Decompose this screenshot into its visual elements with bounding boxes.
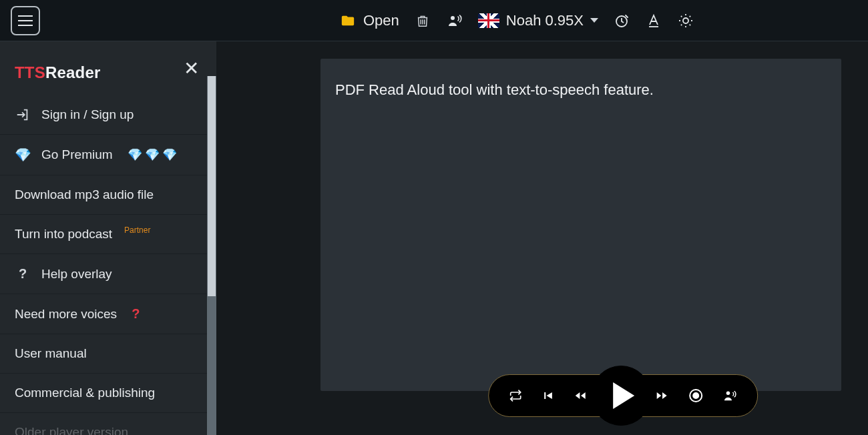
trash-icon[interactable] bbox=[414, 12, 431, 29]
text-content-panel[interactable]: PDF Read Aloud tool with text-to-speech … bbox=[320, 59, 841, 391]
partner-badge: Partner bbox=[124, 226, 150, 235]
sidebar-list: Sign in / Sign up 💎 Go Premium 💎💎💎 Downl… bbox=[0, 95, 216, 435]
voice-person-icon[interactable] bbox=[446, 12, 463, 29]
font-icon[interactable] bbox=[645, 12, 662, 29]
sidebar-item-premium[interactable]: 💎 Go Premium 💎💎💎 bbox=[0, 135, 216, 175]
open-button[interactable]: Open bbox=[339, 12, 399, 29]
topbar-controls: Open Noah 0.95X bbox=[339, 12, 694, 29]
sidebar-item-label: User manual bbox=[15, 346, 87, 361]
folder-icon bbox=[339, 13, 357, 28]
content: TTSReader ✕ Sign in / Sign up 💎 Go Premi… bbox=[0, 41, 868, 435]
svg-point-4 bbox=[693, 393, 698, 398]
uk-flag-icon bbox=[478, 13, 499, 28]
sidebar-item-label: Help overlay bbox=[41, 267, 112, 282]
close-icon[interactable]: ✕ bbox=[184, 57, 199, 79]
diamond-trio-icon: 💎💎💎 bbox=[128, 147, 177, 162]
chevron-down-icon bbox=[590, 18, 598, 23]
sidebar-scrollbar[interactable] bbox=[207, 76, 216, 435]
sidebar-item-older-version[interactable]: Older player version bbox=[0, 413, 216, 435]
svg-point-0 bbox=[451, 16, 455, 20]
voice-label: Noah 0.95X bbox=[506, 12, 584, 29]
forward-icon[interactable] bbox=[653, 389, 670, 402]
timer-icon[interactable] bbox=[613, 12, 630, 29]
narrator-icon[interactable] bbox=[721, 388, 738, 403]
diamond-icon: 💎 bbox=[15, 147, 31, 163]
svg-point-5 bbox=[726, 392, 730, 396]
sidebar-item-label: Turn into podcast bbox=[15, 227, 112, 242]
hamburger-menu-button[interactable] bbox=[11, 6, 40, 35]
sidebar-item-podcast[interactable]: Turn into podcastPartner bbox=[0, 215, 216, 254]
sidebar-item-label: Go Premium bbox=[41, 147, 113, 162]
topbar: Open Noah 0.95X bbox=[0, 0, 868, 41]
rewind-icon[interactable] bbox=[572, 389, 589, 402]
play-icon bbox=[613, 382, 634, 409]
sidebar-item-download-mp3[interactable]: Download mp3 audio file bbox=[0, 175, 216, 215]
question-icon: ? bbox=[132, 306, 140, 322]
record-icon[interactable] bbox=[688, 388, 704, 404]
signin-icon bbox=[15, 107, 31, 122]
skip-previous-icon[interactable] bbox=[541, 389, 554, 402]
question-icon: ? bbox=[15, 266, 31, 282]
sidebar-item-need-voices[interactable]: Need more voices ? bbox=[0, 294, 216, 334]
sidebar-item-signin[interactable]: Sign in / Sign up bbox=[0, 95, 216, 135]
repeat-icon[interactable] bbox=[507, 389, 523, 402]
sidebar-item-label: Need more voices bbox=[15, 307, 117, 322]
sidebar-item-label: Commercial & publishing bbox=[15, 386, 155, 400]
text-content: PDF Read Aloud tool with text-to-speech … bbox=[335, 81, 827, 99]
sidebar: TTSReader ✕ Sign in / Sign up 💎 Go Premi… bbox=[0, 41, 216, 435]
brightness-icon[interactable] bbox=[677, 12, 694, 29]
player-bar bbox=[488, 366, 758, 426]
sidebar-item-help-overlay[interactable]: ? Help overlay bbox=[0, 254, 216, 294]
sidebar-item-commercial[interactable]: Commercial & publishing bbox=[0, 374, 216, 413]
sidebar-header: TTSReader ✕ bbox=[0, 41, 216, 95]
main-panel: PDF Read Aloud tool with text-to-speech … bbox=[216, 41, 868, 435]
brand-logo: TTSReader bbox=[15, 63, 101, 82]
sidebar-item-user-manual[interactable]: User manual bbox=[0, 334, 216, 374]
svg-point-2 bbox=[683, 18, 688, 23]
sidebar-item-label: Older player version bbox=[15, 425, 128, 435]
voice-selector[interactable]: Noah 0.95X bbox=[478, 12, 598, 29]
sidebar-item-label: Sign in / Sign up bbox=[41, 107, 134, 122]
play-button[interactable] bbox=[591, 366, 651, 426]
sidebar-item-label: Download mp3 audio file bbox=[15, 187, 154, 202]
open-label: Open bbox=[363, 12, 399, 29]
